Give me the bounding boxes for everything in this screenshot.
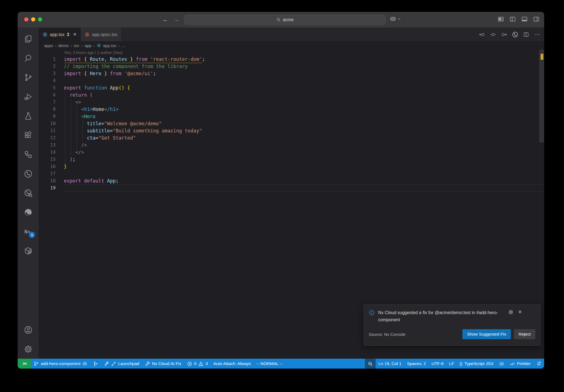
code-line-14[interactable]: 14 </> (39, 149, 544, 156)
code-line-content[interactable]: /> (64, 141, 544, 149)
toggle-panel-bottom-icon[interactable] (521, 16, 528, 23)
activity-item-package-box[interactable] (19, 241, 37, 260)
status-zoom-indicator[interactable] (365, 359, 376, 369)
code-line-8[interactable]: 8 <h1>Home</h1> (39, 106, 544, 113)
status-language-mode[interactable]: {}TypeScript JSX (457, 359, 496, 369)
activity-item-graph-search[interactable] (19, 183, 37, 203)
code-line-content[interactable]: // importing the component from the libr… (64, 63, 544, 70)
code-line-content[interactable]: import { Hero } from '@acme/ui'; (64, 70, 544, 77)
activity-item-settings-gear[interactable] (19, 339, 37, 359)
tab-app.tsx[interactable]: app.tsx3✕ (39, 28, 81, 41)
status-formatter[interactable]: Prettier (507, 359, 533, 369)
code-line-content[interactable]: subtitle="Build something amazing today" (64, 127, 544, 134)
status-indentation[interactable]: Spaces: 2 (404, 359, 429, 369)
more-actions-icon[interactable] (534, 31, 540, 38)
code-line-3[interactable]: 3import { Hero } from '@acme/ui'; (39, 70, 544, 77)
status-auto-attach[interactable]: Auto Attach: Always (211, 359, 254, 369)
code-line-content[interactable]: <h1>Home</h1> (64, 106, 544, 113)
code-line-content[interactable] (64, 170, 544, 177)
show-suggested-fix-button[interactable]: Show Suggested Fix (462, 329, 511, 339)
activity-item-source-control[interactable] (19, 68, 37, 87)
change-icon[interactable] (490, 31, 496, 38)
code-line-content[interactable]: import { Route, Routes } from 'react-rou… (64, 56, 544, 63)
code-line-content[interactable]: export default App; (64, 177, 544, 184)
breadcrumb-item[interactable]: demo (58, 43, 69, 48)
code-line-2[interactable]: 2// importing the component from the lib… (39, 63, 544, 70)
code-line-content[interactable]: } (64, 163, 544, 170)
navigate-back-button[interactable]: ← (161, 15, 170, 24)
activity-item-search[interactable] (19, 48, 37, 68)
status-encoding[interactable]: UTF-8 (429, 359, 446, 369)
command-center-search[interactable]: acme (184, 15, 386, 24)
code-line-content[interactable]: ); (64, 156, 544, 163)
navigate-forward-button[interactable]: → (172, 15, 181, 24)
code-line-9[interactable]: 9 <Hero (39, 113, 544, 120)
tab-app.spec.tsx[interactable]: app.spec.tsx (81, 28, 122, 41)
code-editor[interactable]: You, 3 hours ago | 1 author (You) 1impor… (39, 50, 544, 359)
minimize-window-button[interactable] (31, 17, 35, 21)
zoom-window-button[interactable] (38, 17, 42, 21)
code-line-18[interactable]: 18export default App; (39, 177, 544, 184)
code-line-6[interactable]: 6 return ( (39, 91, 544, 99)
activity-item-extensions[interactable] (19, 126, 37, 145)
status-eol[interactable]: LF (446, 359, 457, 369)
code-line-content[interactable]: </> (64, 149, 544, 156)
code-line-content[interactable]: cta="Get Started" (64, 134, 544, 141)
code-line-5[interactable]: 5export function App() { (39, 84, 544, 91)
code-line-content[interactable] (64, 184, 544, 192)
breadcrumb-item[interactable]: apps (44, 43, 53, 48)
activity-item-account[interactable] (19, 320, 37, 339)
code-line-10[interactable]: 10 title="Welcmoe @acme/demo" (39, 120, 544, 127)
reject-button[interactable]: Reject (514, 329, 535, 339)
code-line-15[interactable]: 15 ); (39, 156, 544, 163)
activity-item-references[interactable] (19, 145, 37, 164)
split-editor-icon[interactable] (523, 31, 529, 38)
toggle-panel-left-icon[interactable] (509, 16, 516, 23)
status-nx-cloud-ai-fix[interactable]: Nx Cloud AI Fix (142, 359, 184, 369)
close-window-button[interactable] (24, 17, 28, 21)
copilot-menu-button[interactable] (390, 15, 401, 22)
code-line-4[interactable]: 4 (39, 77, 544, 84)
notification-settings-gear-icon[interactable] (508, 309, 514, 315)
breadcrumb-item[interactable]: src (74, 43, 79, 48)
status-cursor-position[interactable]: Ln 19, Col 1 (376, 359, 404, 369)
activity-item-graph-circle[interactable] (19, 164, 37, 183)
code-line-7[interactable]: 7 <> (39, 99, 544, 106)
status-remote-indicator[interactable]: >< (18, 359, 31, 369)
code-line-content[interactable]: <Hero (64, 113, 544, 120)
commit-graph-icon[interactable] (512, 31, 518, 38)
code-line-content[interactable]: return ( (64, 91, 544, 99)
status-problems[interactable]: 03 (184, 359, 211, 369)
breadcrumb-item[interactable]: app.tsx (103, 43, 116, 48)
code-line-11[interactable]: 11 subtitle="Build something amazing tod… (39, 127, 544, 134)
code-line-content[interactable]: <> (64, 99, 544, 106)
breadcrumb-item[interactable]: app (85, 43, 91, 48)
code-line-content[interactable]: export function App() { (64, 84, 544, 91)
code-line-13[interactable]: 13 /> (39, 141, 544, 149)
code-line-19[interactable]: 19 (39, 184, 544, 192)
code-line-12[interactable]: 12 cta="Get Started" (39, 134, 544, 141)
notification-close-icon[interactable]: ✕ (518, 309, 522, 315)
activity-item-edge-browser[interactable] (19, 203, 37, 222)
code-line-content[interactable]: title="Welcmoe @acme/demo" (64, 120, 544, 127)
toggle-panel-right-icon[interactable] (533, 16, 540, 23)
status-git-branch[interactable]: add-hero-component (31, 359, 90, 369)
code-line-content[interactable] (64, 77, 544, 84)
editor-scrollbar[interactable] (539, 50, 544, 143)
code-line-16[interactable]: 16} (39, 163, 544, 170)
status-commit-graph[interactable] (90, 359, 101, 369)
code-line-1[interactable]: 1import { Route, Routes } from 'react-ro… (39, 56, 544, 63)
previous-change-icon[interactable] (479, 31, 485, 38)
status-vim-mode[interactable]: -- NORMAL -- (254, 359, 285, 369)
tab-close-icon[interactable]: ✕ (73, 32, 77, 37)
customize-layout-icon[interactable] (497, 16, 504, 23)
breadcrumb-item[interactable]: … (121, 43, 126, 48)
next-change-icon[interactable] (501, 31, 507, 38)
status-notifications-bell[interactable] (533, 359, 544, 369)
activity-item-explorer[interactable] (19, 29, 37, 48)
status-launchpad[interactable]: Launchpad (101, 359, 142, 369)
code-line-17[interactable]: 17 (39, 170, 544, 177)
activity-item-run-debug[interactable] (19, 87, 37, 106)
status-copilot-status[interactable] (496, 359, 507, 369)
activity-item-testing[interactable] (19, 106, 37, 126)
